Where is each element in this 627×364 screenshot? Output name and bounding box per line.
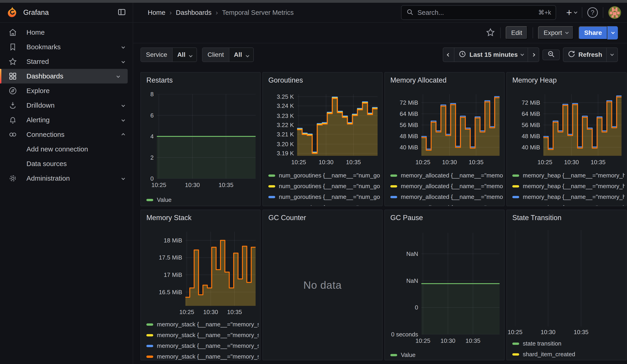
panel-state_transition: State Transition10:2510:3010:35state tra… bbox=[506, 209, 627, 360]
divider bbox=[500, 27, 501, 38]
breadcrumb-separator: › bbox=[216, 9, 218, 16]
search-input[interactable] bbox=[418, 9, 535, 16]
sidebar-item-explore[interactable]: Explore bbox=[0, 84, 133, 98]
sidebar-item-administration[interactable]: Administration bbox=[0, 171, 133, 186]
y-axis-tick: 3.25 K bbox=[263, 93, 294, 100]
bookmark-icon bbox=[8, 42, 17, 52]
share-menu-button[interactable] bbox=[607, 26, 618, 40]
x-axis-tick: 10:35 bbox=[460, 159, 492, 166]
y-axis-tick: 16.5 MiB bbox=[141, 289, 182, 296]
legend-label: memory_stack {__name__="memory_s bbox=[157, 342, 259, 349]
share-button[interactable]: Share bbox=[579, 26, 607, 40]
refresh-icon bbox=[568, 50, 575, 59]
breadcrumb: Home›Dashboards›Temporal Server Metrics bbox=[148, 9, 294, 16]
sidebar-item-drilldown[interactable]: Drilldown bbox=[0, 98, 133, 113]
legend-label: shard_item_created bbox=[523, 351, 575, 358]
search-shortcut: ⌘+k bbox=[538, 9, 551, 16]
y-axis-tick: 3.21 K bbox=[263, 131, 294, 138]
y-axis-tick: 18 MiB bbox=[141, 237, 182, 244]
legend-item[interactable]: memory_heap {__name__="memory_h bbox=[512, 202, 625, 206]
panel-title: GC Pause bbox=[390, 214, 423, 222]
legend-item[interactable]: num_goroutines {__name__="num_go bbox=[268, 202, 381, 206]
y-axis-tick: 3.23 K bbox=[263, 112, 294, 119]
sidebar-item-add-new-connection[interactable]: Add new connection bbox=[0, 142, 133, 156]
edit-button[interactable]: Edit bbox=[506, 26, 527, 40]
legend-item[interactable]: memory_stack {__name__="memory_s bbox=[146, 341, 259, 351]
legend-item[interactable]: memory_heap {__name__="memory_h bbox=[512, 192, 625, 202]
legend-item[interactable]: memory_stack {__name__="memory_s bbox=[146, 351, 259, 360]
time-back-button[interactable] bbox=[443, 48, 454, 62]
breadcrumb-separator: › bbox=[169, 9, 172, 16]
sidebar-item-starred[interactable]: Starred bbox=[0, 54, 133, 69]
refresh-interval-button[interactable] bbox=[606, 48, 618, 62]
time-forward-button[interactable] bbox=[528, 48, 539, 62]
breadcrumb-item[interactable]: Home bbox=[148, 9, 165, 16]
x-axis-tick: 10:25 bbox=[143, 182, 175, 189]
legend-item[interactable]: num_goroutines {__name__="num_go bbox=[268, 192, 381, 202]
chevron-down-icon bbox=[122, 176, 124, 180]
add-button[interactable]: + bbox=[566, 7, 577, 18]
export-button[interactable]: Export bbox=[538, 26, 574, 40]
legend-item[interactable]: memory_allocated {__name__="memo bbox=[390, 202, 503, 206]
app-name: Grafana bbox=[23, 8, 117, 17]
sidebar-item-alerting[interactable]: Alerting bbox=[0, 113, 133, 127]
legend-item[interactable]: shard_item_created bbox=[512, 349, 625, 360]
refresh-button[interactable]: Refresh bbox=[563, 48, 606, 62]
y-axis-tick: 6 bbox=[141, 112, 154, 119]
y-axis-tick: 3.20 K bbox=[263, 141, 294, 148]
breadcrumb-item[interactable]: Dashboards bbox=[176, 9, 211, 16]
zoom-out-button[interactable] bbox=[542, 50, 560, 60]
legend-item[interactable]: memory_heap {__name__="memory_h bbox=[512, 181, 625, 192]
x-axis-tick: 10:35 bbox=[582, 159, 614, 166]
sidebar-item-bookmarks[interactable]: Bookmarks bbox=[0, 40, 133, 54]
legend-swatch bbox=[146, 334, 153, 336]
panel-memory_stack: Memory Stack18 MiB17.5 MiB17 MiB16.5 MiB… bbox=[140, 209, 261, 360]
legend-item[interactable]: memory_heap {__name__="memory_h bbox=[512, 170, 625, 181]
sidebar-item-label: Explore bbox=[26, 87, 126, 95]
chevron-down-icon bbox=[117, 74, 119, 78]
filter-value-dropdown[interactable]: All bbox=[229, 48, 253, 62]
panel-title: GC Counter bbox=[268, 214, 306, 222]
y-axis-tick: 40 MiB bbox=[507, 144, 540, 151]
legend-label: num_goroutines {__name__="num_go bbox=[279, 183, 380, 190]
filter-value-dropdown[interactable]: All bbox=[173, 48, 197, 62]
x-axis-tick: 10:25 bbox=[283, 159, 315, 166]
legend-label: memory_allocated {__name__="memo bbox=[401, 204, 503, 206]
sidebar-item-data-sources[interactable]: Data sources bbox=[0, 156, 133, 171]
time-range-button[interactable]: Last 15 minutes bbox=[454, 48, 528, 62]
avatar[interactable] bbox=[608, 6, 621, 19]
legend-item[interactable]: memory_allocated {__name__="memo bbox=[390, 181, 503, 192]
legend-item[interactable]: Value bbox=[146, 195, 259, 205]
search-box[interactable]: ⌘+k bbox=[401, 5, 556, 20]
favorite-star-icon[interactable] bbox=[486, 28, 495, 38]
legend-item[interactable]: memory_allocated {__name__="memo bbox=[390, 170, 503, 181]
y-axis-tick: 8 bbox=[141, 91, 154, 98]
y-axis-tick: NaN bbox=[385, 250, 418, 257]
sidebar-toggle-icon[interactable] bbox=[117, 7, 126, 18]
legend-item[interactable]: memory_stack {__name__="memory_s bbox=[146, 319, 259, 330]
legend-item[interactable]: memory_stack {__name__="memory_s bbox=[146, 330, 259, 341]
x-axis-tick: 10:35 bbox=[210, 182, 242, 189]
legend-item[interactable]: Value bbox=[390, 350, 503, 360]
sidebar-item-home[interactable]: Home bbox=[0, 25, 133, 40]
x-axis-tick: 10:35 bbox=[337, 159, 369, 166]
legend-item[interactable]: num_goroutines {__name__="num_go bbox=[268, 170, 381, 181]
plus-icon: + bbox=[566, 7, 572, 18]
compass-icon bbox=[8, 86, 17, 95]
star-icon bbox=[8, 57, 17, 66]
y-axis-tick: 64 MiB bbox=[507, 110, 540, 117]
legend-swatch bbox=[146, 323, 153, 326]
y-axis-tick: 3.22 K bbox=[263, 122, 294, 129]
legend-item[interactable]: num_goroutines {__name__="num_go bbox=[268, 181, 381, 192]
sidebar-item-dashboards[interactable]: Dashboards bbox=[0, 69, 128, 84]
legend-item[interactable]: memory_allocated {__name__="memo bbox=[390, 192, 503, 202]
chevron-up-icon bbox=[122, 132, 124, 137]
sidebar-item-connections[interactable]: Connections bbox=[0, 127, 133, 142]
dashboards-grid-icon bbox=[8, 72, 17, 81]
help-button[interactable]: ? bbox=[587, 7, 598, 18]
legend: memory_heap {__name__="memory_hmemory_he… bbox=[512, 170, 625, 206]
panel-title: Restarts bbox=[146, 76, 173, 84]
sidebar-item-label: Alerting bbox=[26, 116, 122, 124]
legend-item[interactable]: state transition bbox=[512, 338, 625, 349]
legend-label: memory_heap {__name__="memory_h bbox=[523, 172, 625, 179]
